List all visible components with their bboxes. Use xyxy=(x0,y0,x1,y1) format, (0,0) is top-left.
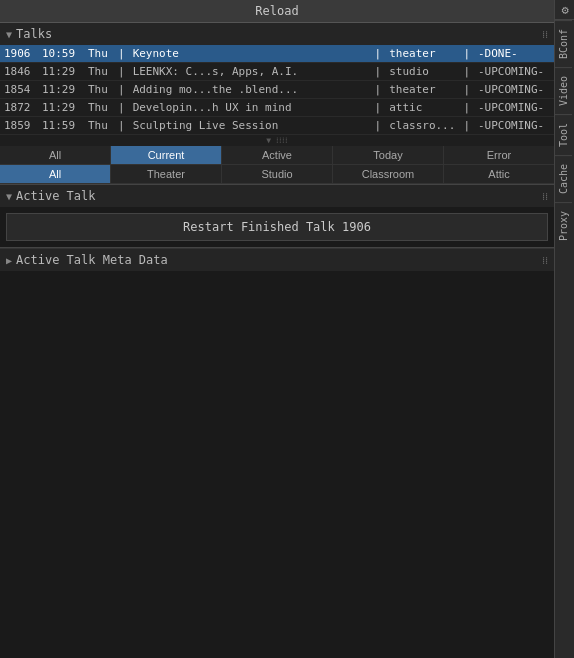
talk-id: 1906 xyxy=(0,45,38,63)
talks-chevron: ▼ xyxy=(6,29,12,40)
active-talk-meta-section: ▶ Active Talk Meta Data ⁞⁞ xyxy=(0,248,554,271)
talk-sep2: | xyxy=(371,45,386,63)
talk-day: Thu xyxy=(84,99,114,117)
talk-day: Thu xyxy=(84,63,114,81)
talk-room: theater xyxy=(385,81,459,99)
filter-btn-theater[interactable]: Theater xyxy=(111,165,222,183)
restart-finished-talk-button[interactable]: Restart Finished Talk 1906 xyxy=(6,213,548,241)
talk-time: 11:59 xyxy=(38,117,84,135)
talk-time: 10:59 xyxy=(38,45,84,63)
filter-btn-attic[interactable]: Attic xyxy=(444,165,554,183)
gear-icon[interactable]: ⚙ xyxy=(555,0,574,20)
talk-time: 11:29 xyxy=(38,99,84,117)
meta-chevron: ▶ xyxy=(6,255,12,266)
filter-btn-today[interactable]: Today xyxy=(333,146,444,164)
active-talk-header-left: ▼ Active Talk xyxy=(6,189,96,203)
active-talk-header[interactable]: ▼ Active Talk ⁞⁞ xyxy=(0,185,554,207)
talk-sep: | xyxy=(114,45,129,63)
talk-title: Sculpting Live Session xyxy=(129,117,371,135)
talks-table: 1906 10:59 Thu | Keynote | theater | -DO… xyxy=(0,45,554,135)
filter-btn-active[interactable]: Active xyxy=(222,146,333,164)
active-talk-meta-header[interactable]: ▶ Active Talk Meta Data ⁞⁞ xyxy=(0,249,554,271)
talk-title: Developin...h UX in mind xyxy=(129,99,371,117)
talks-section: ▼ Talks ⁞⁞ 1906 10:59 Thu | Keynote | th… xyxy=(0,23,554,185)
talk-id: 1854 xyxy=(0,81,38,99)
talk-sep: | xyxy=(114,99,129,117)
table-row[interactable]: 1846 11:29 Thu | LEENKX: C...s, Apps, A.… xyxy=(0,63,554,81)
table-row[interactable]: 1872 11:29 Thu | Developin...h UX in min… xyxy=(0,99,554,117)
meta-grid-icon[interactable]: ⁞⁞ xyxy=(542,255,548,266)
talk-room: classro... xyxy=(385,117,459,135)
resize-handle[interactable]: ▼ ⁞⁞⁞⁞ xyxy=(0,135,554,146)
talk-sep2: | xyxy=(371,81,386,99)
talk-time: 11:29 xyxy=(38,63,84,81)
talk-day: Thu xyxy=(84,45,114,63)
filter-row-2: AllTheaterStudioClassroomAttic xyxy=(0,165,554,184)
sidebar-tab-video[interactable]: Video xyxy=(555,67,572,114)
talk-title: LEENKX: C...s, Apps, A.I. xyxy=(129,63,371,81)
filter-btn-studio[interactable]: Studio xyxy=(222,165,333,183)
talk-sep: | xyxy=(114,81,129,99)
sidebar-tab-proxy[interactable]: Proxy xyxy=(555,202,572,249)
talk-room: attic xyxy=(385,99,459,117)
talks-grid-icon[interactable]: ⁞⁞ xyxy=(542,29,548,40)
talk-sep2: | xyxy=(371,117,386,135)
table-row[interactable]: 1906 10:59 Thu | Keynote | theater | -DO… xyxy=(0,45,554,63)
active-talk-title: Active Talk xyxy=(16,189,95,203)
talk-day: Thu xyxy=(84,81,114,99)
talk-day: Thu xyxy=(84,117,114,135)
filter-btn-classroom[interactable]: Classroom xyxy=(333,165,444,183)
filter-btn-all2[interactable]: All xyxy=(0,165,111,183)
right-sidebar: ⚙ BConfVideoToolCacheProxy xyxy=(554,0,574,658)
talk-title: Adding mo...the .blend... xyxy=(129,81,371,99)
talks-section-header[interactable]: ▼ Talks ⁞⁞ xyxy=(0,23,554,45)
filter-btn-error[interactable]: Error xyxy=(444,146,554,164)
active-talk-body: Restart Finished Talk 1906 xyxy=(0,207,554,247)
talk-sep3: | xyxy=(459,63,474,81)
filter-row-1: AllCurrentActiveTodayError xyxy=(0,146,554,165)
talk-status: -UPCOMING- xyxy=(474,63,554,81)
talk-sep3: | xyxy=(459,81,474,99)
meta-title: Active Talk Meta Data xyxy=(16,253,168,267)
talk-id: 1872 xyxy=(0,99,38,117)
sidebar-tab-cache[interactable]: Cache xyxy=(555,155,572,202)
talk-room: theater xyxy=(385,45,459,63)
talks-title: Talks xyxy=(16,27,52,41)
active-talk-grid-icon[interactable]: ⁞⁞ xyxy=(542,191,548,202)
talk-sep2: | xyxy=(371,99,386,117)
table-row[interactable]: 1859 11:59 Thu | Sculpting Live Session … xyxy=(0,117,554,135)
table-row[interactable]: 1854 11:29 Thu | Adding mo...the .blend.… xyxy=(0,81,554,99)
talk-id: 1859 xyxy=(0,117,38,135)
talk-status: -DONE- xyxy=(474,45,554,63)
talk-sep2: | xyxy=(371,63,386,81)
talk-sep3: | xyxy=(459,45,474,63)
sidebar-tab-tool[interactable]: Tool xyxy=(555,114,572,155)
talk-title: Keynote xyxy=(129,45,371,63)
talk-sep3: | xyxy=(459,99,474,117)
main-content: Reload ▼ Talks ⁞⁞ 1906 10:59 Thu | Keyno… xyxy=(0,0,554,658)
reload-bar[interactable]: Reload xyxy=(0,0,554,23)
filter-btn-all1[interactable]: All xyxy=(0,146,111,164)
talks-header-left: ▼ Talks xyxy=(6,27,52,41)
talk-sep3: | xyxy=(459,117,474,135)
active-talk-section: ▼ Active Talk ⁞⁞ Restart Finished Talk 1… xyxy=(0,185,554,248)
talk-id: 1846 xyxy=(0,63,38,81)
talk-sep: | xyxy=(114,63,129,81)
active-talk-chevron: ▼ xyxy=(6,191,12,202)
filter-btn-current[interactable]: Current xyxy=(111,146,222,164)
talk-room: studio xyxy=(385,63,459,81)
talk-status: -UPCOMING- xyxy=(474,81,554,99)
talk-time: 11:29 xyxy=(38,81,84,99)
talk-sep: | xyxy=(114,117,129,135)
talk-status: -UPCOMING- xyxy=(474,117,554,135)
sidebar-tab-bconf[interactable]: BConf xyxy=(555,20,572,67)
meta-header-left: ▶ Active Talk Meta Data xyxy=(6,253,168,267)
talk-status: -UPCOMING- xyxy=(474,99,554,117)
